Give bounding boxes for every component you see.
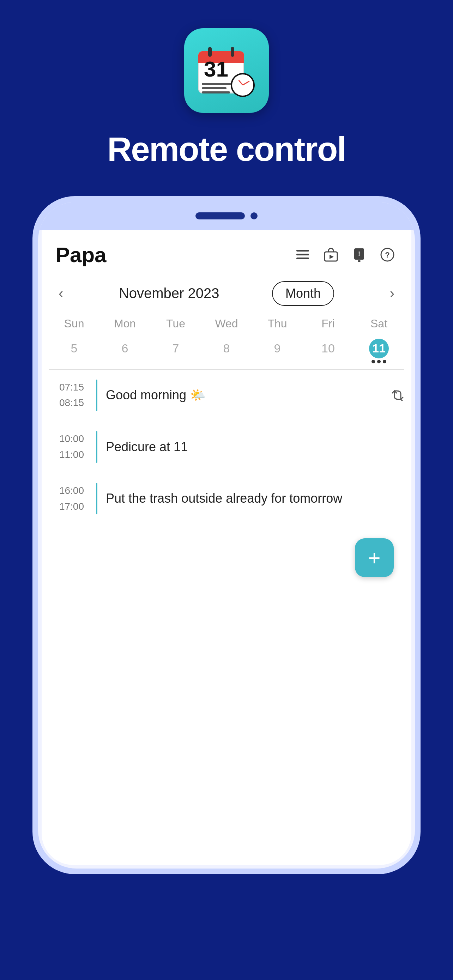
event-item[interactable]: 16:00 17:00 Put the trash outside alread… xyxy=(49,473,404,525)
date-7[interactable]: 7 xyxy=(150,339,201,363)
start-time-3: 16:00 xyxy=(59,483,84,499)
phone-mockup: Papa xyxy=(32,196,421,874)
end-time-1: 08:15 xyxy=(59,395,84,411)
dot-1 xyxy=(372,360,375,363)
svg-rect-1 xyxy=(296,254,309,255)
day-sat: Sat xyxy=(353,314,404,333)
flag-icon[interactable]: ! xyxy=(349,245,369,264)
calendar-nav: ‹ November 2023 Month › xyxy=(41,275,412,312)
event-item[interactable]: 10:00 11:00 Pedicure at 11 xyxy=(49,421,404,473)
date-5[interactable]: 5 xyxy=(49,339,100,363)
header-icons: ! ? xyxy=(293,245,397,264)
add-event-button[interactable]: + xyxy=(355,538,394,577)
event-dots xyxy=(372,360,386,363)
day-fri: Fri xyxy=(303,314,353,333)
end-time-2: 11:00 xyxy=(59,447,84,463)
phone-notch xyxy=(38,202,415,230)
notch-dot xyxy=(251,212,257,220)
date-11-today[interactable]: 11 xyxy=(369,339,389,358)
day-tue: Tue xyxy=(150,314,201,333)
month-year-label: November 2023 xyxy=(119,285,219,301)
fab-wrapper: + xyxy=(41,524,412,577)
prev-month-button[interactable]: ‹ xyxy=(56,283,66,304)
svg-rect-0 xyxy=(296,250,309,251)
event-bar-3 xyxy=(96,483,97,515)
start-time-1: 07:15 xyxy=(59,380,84,395)
help-icon[interactable]: ? xyxy=(377,245,397,264)
event-time-3: 16:00 17:00 xyxy=(49,483,87,515)
svg-text:!: ! xyxy=(358,250,360,258)
contact-name: Papa xyxy=(56,243,106,267)
clock-icon xyxy=(231,73,255,97)
day-wed: Wed xyxy=(201,314,252,333)
repeat-icon[interactable] xyxy=(385,380,404,411)
play-icon[interactable] xyxy=(321,245,341,264)
event-item[interactable]: 07:15 08:15 Good morning 🌤️ xyxy=(49,370,404,422)
svg-rect-6 xyxy=(358,260,361,262)
notch-pill xyxy=(196,212,245,220)
day-sun: Sun xyxy=(49,314,100,333)
days-of-week-header: Sun Mon Tue Wed Thu Fri Sat xyxy=(41,312,412,336)
day-mon: Mon xyxy=(100,314,150,333)
svg-marker-4 xyxy=(329,255,334,259)
month-view-button[interactable]: Month xyxy=(272,281,334,306)
phone-screen: Papa xyxy=(41,230,412,865)
dot-3 xyxy=(383,360,386,363)
calendar-icon: 31 xyxy=(198,44,255,97)
day-thu: Thu xyxy=(252,314,303,333)
start-time-2: 10:00 xyxy=(59,431,84,447)
date-9[interactable]: 9 xyxy=(252,339,303,363)
app-icon: 31 xyxy=(184,28,269,113)
event-time-2: 10:00 11:00 xyxy=(49,431,87,463)
date-6[interactable]: 6 xyxy=(100,339,150,363)
event-title-3: Put the trash outside already for tomorr… xyxy=(106,483,404,515)
event-time-1: 07:15 08:15 xyxy=(49,380,87,411)
next-month-button[interactable]: › xyxy=(387,283,397,304)
date-11-container[interactable]: 11 xyxy=(353,339,404,363)
date-8[interactable]: 8 xyxy=(201,339,252,363)
end-time-3: 17:00 xyxy=(59,499,84,515)
svg-text:?: ? xyxy=(385,250,389,259)
date-10[interactable]: 10 xyxy=(303,339,353,363)
list-icon[interactable] xyxy=(293,245,313,264)
dot-2 xyxy=(377,360,381,363)
page-title: Remote control xyxy=(107,130,346,168)
event-bar-1 xyxy=(96,380,97,411)
event-bar-2 xyxy=(96,431,97,463)
events-list: 07:15 08:15 Good morning 🌤️ xyxy=(41,370,412,525)
event-title-1: Good morning 🌤️ xyxy=(106,380,377,411)
calendar-week: 5 6 7 8 9 10 11 xyxy=(41,336,412,369)
event-title-2: Pedicure at 11 xyxy=(106,431,404,463)
app-header: Papa xyxy=(41,230,412,275)
svg-rect-2 xyxy=(296,258,309,259)
